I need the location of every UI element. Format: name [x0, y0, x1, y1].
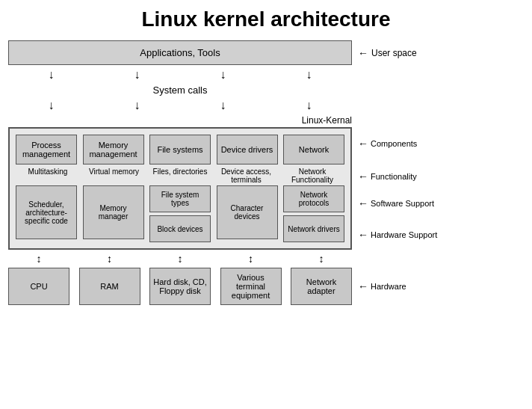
sub-col-scheduler: Scheduler, architecture-specific code [16, 185, 77, 242]
functionality-annotation-label: Functionality [371, 172, 417, 181]
network-protocols-box: Network protocols [283, 185, 344, 212]
user-space-arrow: ← [358, 47, 368, 59]
components-annotation: ← Components [358, 138, 437, 150]
app-arrows: ↓ ↓ ↓ ↓ [8, 68, 352, 82]
functionality-row: Multitasking Virtual memory Files, direc… [16, 167, 344, 184]
device-drivers-box: Device drivers [217, 135, 278, 164]
kernel-box: Process management Memory management Fil… [8, 127, 352, 250]
syscall-arrows: ↓ ↓ ↓ ↓ [8, 99, 352, 112]
hardware-arrow-icon: ← [358, 280, 368, 292]
sub-col-memory: Memory manager [83, 185, 144, 242]
sub-col-network: Network protocols Network drivers [283, 185, 344, 242]
filesystem-types-box: File system types [149, 185, 211, 212]
ram-box: RAM [79, 268, 140, 305]
user-space-label: ← User space [358, 47, 417, 59]
process-mgmt-box: Process management [16, 135, 77, 164]
memory-mgmt-box: Memory management [83, 135, 144, 164]
components-annotation-label: Components [371, 139, 417, 148]
multitasking-label: Multitasking [17, 167, 78, 184]
kernel-outer: Process management Memory management Fil… [8, 127, 437, 250]
network-func-label: Network Functionality [282, 167, 343, 184]
software-support-annotation: ← Software Support [358, 197, 437, 209]
network-box: Network [283, 135, 344, 164]
hardware-support-annotation: ← Hardware Support [358, 229, 437, 241]
bottom-arrows: ↕ ↕ ↕ ↕ ↕ [8, 253, 352, 265]
right-annotations: ← Components ← Functionality ← Software … [358, 127, 437, 241]
sub-col-chardev: Character devices [217, 185, 278, 242]
network-drivers-box: Network drivers [283, 215, 344, 242]
software-support-label: Software Support [371, 199, 434, 208]
memory-manager-box: Memory manager [83, 185, 144, 239]
functionality-arrow-icon: ← [358, 170, 368, 182]
hardware-support-arrow-icon: ← [358, 229, 368, 241]
hard-disk-box: Hard disk, CD, Floppy disk [149, 268, 211, 305]
sub-col-filesys: File system types Block devices [149, 185, 211, 242]
hardware-label: ← Hardware [358, 280, 406, 292]
terminal-box: Various terminal equipment [220, 268, 282, 305]
components-arrow-icon: ← [358, 138, 368, 150]
scheduler-box: Scheduler, architecture-specific code [16, 185, 77, 239]
char-devices-box: Character devices [217, 185, 278, 239]
cpu-box: CPU [8, 268, 69, 305]
network-adapter-box: Network adapter [291, 268, 352, 305]
kernel-label: Linux-Kernal [8, 115, 352, 126]
system-calls-label: System calls [8, 84, 352, 96]
hardware-annotation-text: Hardware [371, 282, 406, 291]
hw-boxes: CPU RAM Hard disk, CD, Floppy disk Vario… [8, 268, 352, 305]
file-systems-box: File systems [149, 135, 211, 164]
hardware-row: CPU RAM Hard disk, CD, Floppy disk Vario… [8, 268, 406, 305]
hardware-support-label: Hardware Support [371, 230, 437, 239]
architecture-diagram: Applications, Tools ← User space ↓ ↓ ↓ ↓… [8, 40, 524, 305]
page-title: Linux kernel architecture [7, 7, 525, 31]
functionality-annotation: ← Functionality [358, 170, 437, 182]
block-devices-box: Block devices [149, 215, 211, 242]
software-support-arrow-icon: ← [358, 197, 368, 209]
files-dirs-label: Files, directories [149, 167, 211, 184]
sub-components-row: Scheduler, architecture-specific code Me… [16, 185, 344, 242]
app-tools-box: Applications, Tools [8, 40, 352, 65]
device-access-label: Device access, terminals [216, 167, 277, 184]
components-row: Process management Memory management Fil… [16, 135, 344, 164]
virtual-memory-label: Virtual memory [84, 167, 145, 184]
